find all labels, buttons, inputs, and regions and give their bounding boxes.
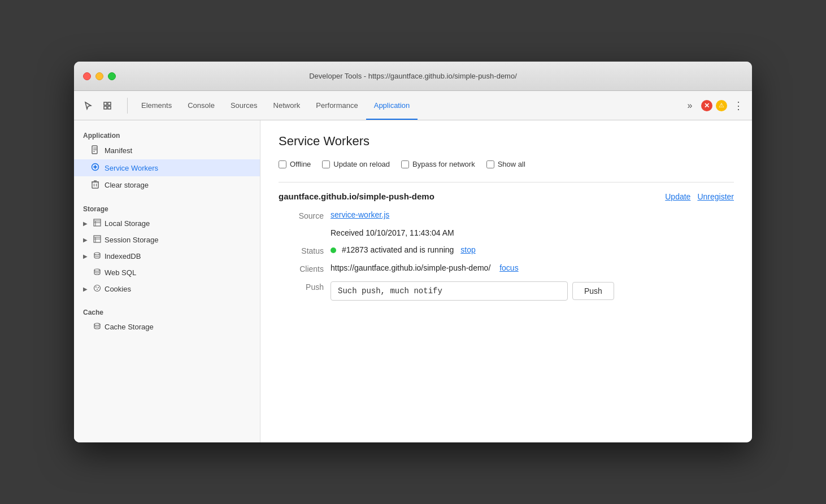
status-dot — [331, 247, 336, 253]
stop-link[interactable]: stop — [460, 245, 475, 254]
sidebar-separator-1 — [74, 194, 260, 201]
show-all-label: Show all — [498, 160, 525, 168]
svg-point-24 — [94, 269, 100, 271]
sw-details: Source service-worker.js Received 10/10/… — [279, 210, 734, 301]
show-all-checkbox[interactable] — [486, 160, 494, 168]
offline-label: Offline — [290, 160, 311, 168]
checkbox-offline[interactable]: Offline — [279, 160, 311, 168]
source-value: service-worker.js — [331, 210, 734, 220]
session-storage-icon — [92, 235, 102, 245]
sidebar-section-storage: Storage — [74, 201, 260, 215]
sidebar-item-service-workers-label: Service Workers — [105, 164, 158, 172]
svg-point-29 — [94, 323, 100, 325]
sw-header: gauntface.github.io/simple-push-demo Upd… — [279, 192, 734, 201]
clear-storage-icon — [90, 180, 100, 190]
source-label: Source — [279, 210, 324, 220]
minimize-button[interactable] — [95, 72, 103, 80]
push-button[interactable]: Push — [572, 282, 614, 300]
panel-title: Service Workers — [279, 134, 734, 149]
sidebar-item-cache-storage-label: Cache Storage — [105, 323, 154, 331]
sidebar-item-manifest-label: Manifest — [105, 146, 132, 155]
toolbar-icons — [80, 97, 116, 114]
offline-checkbox[interactable] — [279, 160, 286, 168]
inspect-icon-btn[interactable] — [99, 97, 116, 114]
push-input[interactable] — [331, 281, 568, 301]
sw-actions: Update Unregister — [665, 192, 734, 201]
service-workers-icon — [90, 163, 100, 173]
sidebar-item-indexeddb[interactable]: ▶ IndexedDB — [74, 248, 260, 264]
warning-badge: ⚠ — [716, 100, 727, 111]
tab-network[interactable]: Network — [266, 91, 308, 120]
sidebar-item-clear-storage[interactable]: Clear storage — [74, 176, 260, 194]
push-value: Push — [331, 281, 734, 301]
sidebar-item-session-storage-label: Session Storage — [105, 236, 158, 244]
traffic-lights — [83, 72, 116, 80]
local-storage-arrow: ▶ — [83, 220, 90, 227]
sidebar-item-local-storage-label: Local Storage — [105, 219, 150, 228]
tab-console[interactable]: Console — [180, 91, 223, 120]
sidebar-section-cache: Cache — [74, 304, 260, 319]
sidebar-section-application: Application — [74, 127, 260, 142]
sidebar-item-cache-storage[interactable]: ▶ Cache Storage — [74, 319, 260, 335]
unregister-button[interactable]: Unregister — [697, 192, 734, 201]
sidebar-item-web-sql[interactable]: ▶ Web SQL — [74, 264, 260, 281]
sidebar-item-service-workers[interactable]: Service Workers — [74, 159, 260, 176]
svg-rect-0 — [104, 102, 107, 105]
svg-point-26 — [95, 286, 97, 288]
clients-value: https://gauntface.github.io/simple-push-… — [331, 263, 734, 273]
focus-link[interactable]: focus — [499, 263, 518, 272]
svg-rect-1 — [108, 102, 111, 105]
sw-origin: gauntface.github.io/simple-push-demo — [279, 192, 434, 201]
menu-button[interactable]: ⋮ — [731, 98, 746, 114]
sidebar-item-local-storage[interactable]: ▶ Local Storage — [74, 215, 260, 232]
tab-performance[interactable]: Performance — [308, 91, 366, 120]
main-content: Application Manifest Service Workers Cle… — [74, 120, 752, 442]
local-storage-icon — [92, 219, 102, 228]
svg-rect-2 — [104, 106, 107, 109]
clients-url: https://gauntface.github.io/simple-push-… — [331, 263, 490, 272]
sidebar-item-web-sql-label: Web SQL — [105, 268, 136, 277]
tab-application[interactable]: Application — [366, 91, 418, 120]
tab-elements[interactable]: Elements — [133, 91, 180, 120]
devtools-window: Developer Tools - https://gauntface.gith… — [74, 62, 752, 442]
inspect-icon — [103, 101, 112, 110]
sidebar-item-session-storage[interactable]: ▶ Session Storage — [74, 232, 260, 248]
checkbox-show-all[interactable]: Show all — [486, 160, 525, 168]
sw-entry: gauntface.github.io/simple-push-demo Upd… — [279, 182, 734, 301]
source-link[interactable]: service-worker.js — [331, 210, 389, 219]
checkbox-update-on-reload[interactable]: Update on reload — [322, 160, 390, 168]
status-value: #12873 activated and is running stop — [331, 245, 734, 255]
bypass-for-network-checkbox[interactable] — [401, 160, 409, 168]
more-tabs-button[interactable]: » — [682, 98, 698, 114]
update-button[interactable]: Update — [665, 192, 690, 201]
push-label: Push — [279, 281, 324, 301]
received-label — [279, 228, 324, 237]
status-text: #12873 activated and is running — [342, 245, 454, 254]
checkbox-bypass-for-network[interactable]: Bypass for network — [401, 160, 475, 168]
window-title: Developer Tools - https://gauntface.gith… — [309, 72, 517, 80]
maximize-button[interactable] — [108, 72, 116, 80]
toolbar: Elements Console Sources Network Perform… — [74, 91, 752, 120]
update-on-reload-label: Update on reload — [333, 160, 390, 168]
indexeddb-arrow: ▶ — [83, 253, 90, 259]
svg-point-27 — [98, 287, 99, 288]
sidebar-item-manifest[interactable]: Manifest — [74, 142, 260, 159]
svg-point-28 — [97, 289, 98, 290]
sidebar-item-cookies-label: Cookies — [105, 285, 131, 293]
sidebar-item-indexeddb-label: IndexedDB — [105, 252, 141, 260]
error-badge: ✕ — [701, 100, 712, 111]
svg-rect-3 — [108, 106, 111, 109]
tab-sources[interactable]: Sources — [223, 91, 266, 120]
sidebar-item-cookies[interactable]: ▶ Cookies — [74, 281, 260, 297]
toolbar-right: » ✕ ⚠ ⋮ — [682, 98, 746, 114]
cache-storage-icon — [92, 322, 102, 332]
manifest-icon — [90, 145, 100, 156]
cursor-icon-btn[interactable] — [80, 97, 97, 114]
close-button[interactable] — [83, 72, 91, 80]
svg-point-23 — [94, 253, 100, 255]
web-sql-icon — [92, 268, 102, 277]
received-text: Received 10/10/2017, 11:43:04 AM — [331, 228, 734, 237]
session-storage-arrow: ▶ — [83, 237, 90, 243]
clients-label: Clients — [279, 263, 324, 273]
update-on-reload-checkbox[interactable] — [322, 160, 330, 168]
